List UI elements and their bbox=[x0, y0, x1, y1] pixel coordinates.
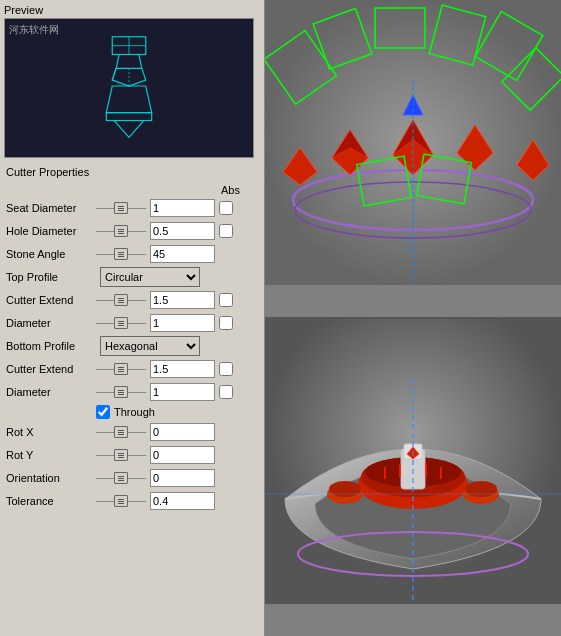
rot-x-label: Rot X bbox=[6, 426, 96, 438]
hole-diameter-input[interactable] bbox=[150, 222, 215, 240]
svg-point-41 bbox=[465, 481, 497, 497]
hole-diameter-row: Hole Diameter bbox=[6, 221, 258, 241]
viewport-top[interactable] bbox=[265, 0, 561, 319]
bottom-profile-label: Bottom Profile bbox=[6, 340, 96, 352]
seat-diameter-checkbox[interactable] bbox=[219, 201, 233, 215]
diameter-top-label: Diameter bbox=[6, 317, 96, 329]
viewport-bottom[interactable] bbox=[265, 319, 561, 636]
seat-diameter-row: Seat Diameter bbox=[6, 198, 258, 218]
cutter-extend-top-checkbox[interactable] bbox=[219, 293, 233, 307]
through-row: Through bbox=[6, 405, 258, 419]
cutter-extend-bottom-input[interactable] bbox=[150, 360, 215, 378]
top-profile-row: Top Profile Circular Flat Pointed Hexago… bbox=[6, 267, 258, 287]
rot-y-slider[interactable] bbox=[96, 449, 146, 461]
orientation-label: Orientation bbox=[6, 472, 96, 484]
seat-diameter-input[interactable] bbox=[150, 199, 215, 217]
stone-angle-input[interactable] bbox=[150, 245, 215, 263]
diameter-bottom-slider[interactable] bbox=[96, 386, 146, 398]
hole-diameter-slider[interactable] bbox=[96, 225, 146, 237]
preview-label: Preview bbox=[4, 4, 260, 16]
svg-point-39 bbox=[329, 481, 361, 497]
abs-label: Abs bbox=[6, 184, 258, 196]
cutter-extend-bottom-slider[interactable] bbox=[96, 363, 146, 375]
seat-diameter-label: Seat Diameter bbox=[6, 202, 96, 214]
tolerance-slider[interactable] bbox=[96, 495, 146, 507]
top-profile-label: Top Profile bbox=[6, 271, 96, 283]
top-profile-select[interactable]: Circular Flat Pointed Hexagonal bbox=[100, 267, 200, 287]
rot-x-input[interactable] bbox=[150, 423, 215, 441]
diameter-bottom-checkbox[interactable] bbox=[219, 385, 233, 399]
cutter-extend-bottom-row: Cutter Extend bbox=[6, 359, 258, 379]
stone-angle-label: Stone Angle bbox=[6, 248, 96, 260]
diameter-top-slider[interactable] bbox=[96, 317, 146, 329]
cutter-extend-bottom-checkbox[interactable] bbox=[219, 362, 233, 376]
orientation-slider[interactable] bbox=[96, 472, 146, 484]
through-label: Through bbox=[114, 406, 155, 418]
preview-section: Preview bbox=[0, 0, 264, 162]
cutter-properties: Cutter Properties Abs Seat Diameter Hole… bbox=[0, 162, 264, 636]
right-panel bbox=[265, 0, 561, 636]
cutter-extend-top-row: Cutter Extend bbox=[6, 290, 258, 310]
cutter-props-title: Cutter Properties bbox=[6, 166, 258, 178]
cutter-extend-bottom-label: Cutter Extend bbox=[6, 363, 96, 375]
orientation-input[interactable] bbox=[150, 469, 215, 487]
rot-x-slider[interactable] bbox=[96, 426, 146, 438]
hole-diameter-checkbox[interactable] bbox=[219, 224, 233, 238]
bottom-profile-row: Bottom Profile Hexagonal Circular Flat P… bbox=[6, 336, 258, 356]
seat-diameter-slider[interactable] bbox=[96, 202, 146, 214]
watermark: 河东软件网 bbox=[9, 23, 59, 37]
orientation-row: Orientation bbox=[6, 468, 258, 488]
rot-y-label: Rot Y bbox=[6, 449, 96, 461]
rot-x-row: Rot X bbox=[6, 422, 258, 442]
stone-angle-row: Stone Angle bbox=[6, 244, 258, 264]
cutter-extend-top-input[interactable] bbox=[150, 291, 215, 309]
hole-diameter-label: Hole Diameter bbox=[6, 225, 96, 237]
left-panel: Preview bbox=[0, 0, 265, 636]
diameter-top-row: Diameter bbox=[6, 313, 258, 333]
cutter-extend-top-label: Cutter Extend bbox=[6, 294, 96, 306]
rot-y-input[interactable] bbox=[150, 446, 215, 464]
diameter-bottom-row: Diameter bbox=[6, 382, 258, 402]
rot-y-row: Rot Y bbox=[6, 445, 258, 465]
diameter-top-input[interactable] bbox=[150, 314, 215, 332]
through-checkbox[interactable] bbox=[96, 405, 110, 419]
diameter-bottom-label: Diameter bbox=[6, 386, 96, 398]
stone-angle-slider[interactable] bbox=[96, 248, 146, 260]
cutter-extend-top-slider[interactable] bbox=[96, 294, 146, 306]
tolerance-label: Tolerance bbox=[6, 495, 96, 507]
diameter-top-checkbox[interactable] bbox=[219, 316, 233, 330]
tolerance-input[interactable] bbox=[150, 492, 215, 510]
tolerance-row: Tolerance bbox=[6, 491, 258, 511]
bottom-profile-select[interactable]: Hexagonal Circular Flat Pointed bbox=[100, 336, 200, 356]
preview-canvas: 河东软件网 bbox=[4, 18, 254, 158]
diameter-bottom-input[interactable] bbox=[150, 383, 215, 401]
watermark-url: 河东软件网 bbox=[9, 23, 59, 37]
